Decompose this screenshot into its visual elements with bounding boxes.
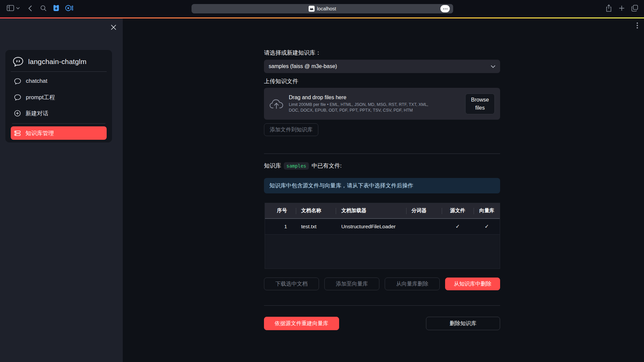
divider xyxy=(264,154,500,154)
cell-splitter xyxy=(406,219,442,234)
sidebar-item-prompt[interactable]: prompt工程 xyxy=(11,90,107,104)
cell-source-check: ✓ xyxy=(442,219,474,234)
dropzone-texts: Drag and drop files here Limit 200MB per… xyxy=(289,95,433,113)
sidebar-item-chatchat[interactable]: chatchat xyxy=(11,74,107,88)
tab-overview-icon[interactable] xyxy=(631,5,638,12)
remove-from-vector-button[interactable]: 从向量库删除 xyxy=(385,278,440,290)
delete-kb-button[interactable]: 删除知识库 xyxy=(426,317,500,330)
plus-circle-icon xyxy=(14,110,21,117)
app-title: langchain-chatglm xyxy=(28,58,87,66)
radar-extension-icon[interactable] xyxy=(65,4,73,12)
address-bar[interactable]: localhost xyxy=(192,4,453,13)
app-menu-icon[interactable] xyxy=(633,21,642,30)
site-favicon xyxy=(309,6,315,12)
file-dropzone[interactable]: Drag and drop files here Limit 200MB per… xyxy=(264,88,500,120)
sidebar-item-new-chat[interactable]: 新建对话 xyxy=(11,107,107,120)
chat-bubble-icon xyxy=(14,78,21,84)
table-header-row: 序号 文档名称 文档加载器 分词器 源文件 向量库 xyxy=(265,203,500,219)
rebuild-vector-store-button[interactable]: 依据源文件重建向量库 xyxy=(264,317,339,330)
caption-prefix: 知识库 xyxy=(264,162,281,170)
sidebar-item-label: 新建对话 xyxy=(25,110,48,117)
kb-files-caption: 知识库 samples 中已有文件: xyxy=(264,162,342,170)
col-header: 文档加载器 xyxy=(336,203,406,218)
new-tab-icon[interactable] xyxy=(619,5,625,11)
sidebar-item-label: chatchat xyxy=(26,78,47,84)
cell-loader: UnstructuredFileLoader xyxy=(336,219,406,234)
upload-label: 上传知识文件 xyxy=(264,77,298,85)
col-header: 序号 xyxy=(265,203,296,218)
sidebar-close-icon[interactable] xyxy=(108,22,119,33)
cell-filename: test.txt xyxy=(296,219,336,234)
cloud-upload-icon xyxy=(269,98,283,110)
add-to-vector-button[interactable]: 添加至向量库 xyxy=(324,278,379,290)
cell-index: 1 xyxy=(265,219,296,234)
caption-suffix: 中已有文件: xyxy=(312,162,342,170)
table-actions: 下载选中文档 添加至向量库 从向量库删除 从知识库中删除 xyxy=(264,278,500,290)
sidebar-item-label: prompt工程 xyxy=(26,94,55,101)
table-row[interactable]: 1 test.txt UnstructuredFileLoader ✓ ✓ xyxy=(265,219,500,235)
sidebar-menu-card: langchain-chatglm chatchat prompt工程 xyxy=(5,50,112,142)
divider xyxy=(264,305,500,306)
browser-toolbar: localhost xyxy=(0,0,644,17)
add-files-button[interactable]: 添加文件到知识库 xyxy=(264,123,318,136)
browse-files-button[interactable]: Browse files xyxy=(465,94,495,114)
kb-name-code: samples xyxy=(284,162,309,170)
database-icon xyxy=(14,130,21,136)
shield-extension-icon[interactable] xyxy=(53,4,59,12)
info-text: 知识库中包含源文件与向量库，请从下表中选择文件后操作 xyxy=(269,182,413,189)
chevron-down-icon xyxy=(491,65,495,68)
col-header: 向量库 xyxy=(474,203,500,218)
share-icon[interactable] xyxy=(606,4,612,12)
main-content: 请选择或新建知识库： samples (faiss @ m3e-base) 上传… xyxy=(264,18,500,362)
info-banner: 知识库中包含源文件与向量库，请从下表中选择文件后操作 xyxy=(264,178,500,193)
col-header: 源文件 xyxy=(442,203,474,218)
kb-select-value: samples (faiss @ m3e-base) xyxy=(269,63,337,69)
download-selected-button[interactable]: 下载选中文档 xyxy=(264,278,319,290)
dropzone-title: Drag and drop files here xyxy=(289,95,433,101)
back-icon[interactable] xyxy=(28,5,32,12)
reader-options-icon[interactable] xyxy=(440,5,450,12)
sidebar-item-kb-management[interactable]: 知识库管理 xyxy=(11,126,107,140)
chat-bubble-icon xyxy=(14,94,21,101)
delete-from-kb-button[interactable]: 从知识库中删除 xyxy=(445,278,500,290)
cell-vector-check: ✓ xyxy=(474,219,500,234)
col-header: 分词器 xyxy=(406,203,442,218)
search-icon[interactable] xyxy=(40,5,47,11)
sidebar-divider xyxy=(12,123,105,124)
sidebar: langchain-chatglm chatchat prompt工程 xyxy=(0,18,123,362)
sidebar-toggle-icon[interactable] xyxy=(7,5,14,11)
kb-bottom-actions: 依据源文件重建向量库 删除知识库 xyxy=(264,317,500,330)
kb-select[interactable]: samples (faiss @ m3e-base) xyxy=(264,60,500,73)
files-table: 序号 文档名称 文档加载器 分词器 源文件 向量库 1 test.txt Uns… xyxy=(265,203,500,269)
sidebar-item-label: 知识库管理 xyxy=(25,129,54,137)
kb-select-label: 请选择或新建知识库： xyxy=(264,49,321,57)
chevron-down-icon[interactable] xyxy=(16,7,20,9)
app-logo-icon xyxy=(13,57,23,67)
app-title-row: langchain-chatglm xyxy=(11,56,107,72)
col-header: 文档名称 xyxy=(296,203,336,218)
dropzone-hint: Limit 200MB per file • EML, HTML, JSON, … xyxy=(289,102,433,113)
url-text: localhost xyxy=(317,6,336,11)
